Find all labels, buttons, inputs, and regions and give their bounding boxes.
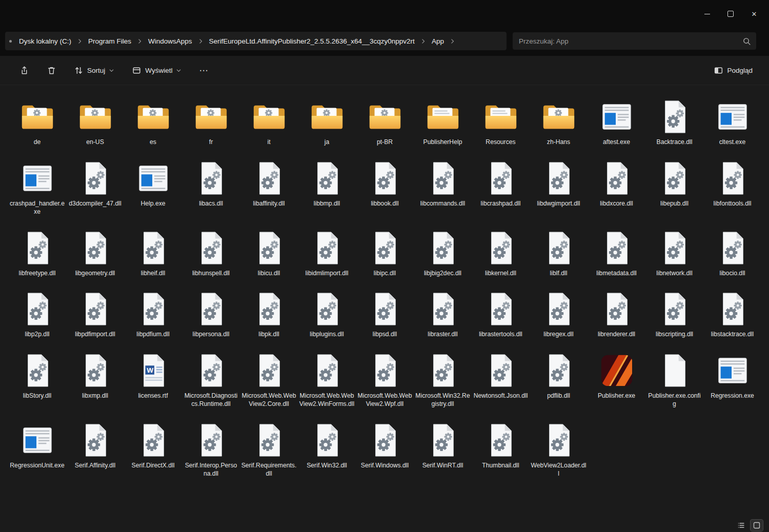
file-item[interactable]: RegressionUnit.exe: [8, 421, 66, 470]
file-item[interactable]: Resources: [472, 97, 530, 147]
file-item[interactable]: libgeometry.dll: [66, 229, 124, 278]
file-item[interactable]: liblf.dll: [530, 229, 588, 278]
breadcrumb-chevron-icon[interactable]: [76, 38, 83, 45]
file-item[interactable]: libbook.dll: [356, 159, 414, 208]
file-item[interactable]: libdwgimport.dll: [530, 159, 588, 208]
file-item[interactable]: WebView2Loader.dll: [530, 421, 588, 478]
file-item[interactable]: Microsoft.Web.WebView2.Wpf.dll: [356, 351, 414, 408]
file-item[interactable]: libidmlimport.dll: [298, 229, 356, 278]
file-item[interactable]: pdflib.dll: [530, 351, 588, 400]
file-item[interactable]: PublisherHelp: [414, 97, 472, 147]
file-item[interactable]: Serif.Win32.dll: [298, 421, 356, 470]
file-item[interactable]: libxmp.dll: [66, 351, 124, 400]
file-item[interactable]: libpk.dll: [240, 290, 298, 339]
file-item[interactable]: Serif.WinRT.dll: [414, 421, 472, 470]
file-item[interactable]: libhunspell.dll: [182, 229, 240, 278]
breadcrumb-chevron-icon[interactable]: [136, 38, 143, 45]
file-item[interactable]: Serif.Requirements.dll: [240, 421, 298, 478]
file-item[interactable]: libpdfium.dll: [124, 290, 182, 339]
file-item[interactable]: Serif.Windows.dll: [356, 421, 414, 470]
file-item[interactable]: Serif.Interop.Persona.dll: [182, 421, 240, 478]
share-button[interactable]: [14, 61, 34, 79]
file-item[interactable]: Serif.DirectX.dll: [124, 421, 182, 470]
details-view-toggle[interactable]: [735, 520, 747, 531]
search-input[interactable]: [518, 37, 742, 46]
file-item[interactable]: d3dcompiler_47.dll: [66, 159, 124, 208]
file-item[interactable]: Newtonsoft.Json.dll: [472, 351, 530, 400]
preview-button[interactable]: Podgląd: [709, 61, 758, 79]
breadcrumb-chevron-icon[interactable]: [449, 38, 456, 45]
file-item[interactable]: Microsoft.Diagnostics.Runtime.dll: [182, 351, 240, 408]
file-item[interactable]: libepub.dll: [645, 159, 703, 208]
minimize-button[interactable]: [695, 4, 719, 24]
file-item[interactable]: Wlicenses.rtf: [124, 351, 182, 400]
breadcrumb-item[interactable]: App: [428, 35, 448, 47]
file-item[interactable]: cltest.exe: [703, 97, 761, 147]
file-item[interactable]: libkernel.dll: [472, 229, 530, 278]
file-item[interactable]: zh-Hans: [530, 97, 588, 147]
close-button[interactable]: ✕: [742, 4, 766, 24]
sort-button[interactable]: Sortuj: [69, 61, 119, 79]
file-item[interactable]: libcommands.dll: [414, 159, 472, 208]
file-item[interactable]: libicu.dll: [240, 229, 298, 278]
file-item[interactable]: libscripting.dll: [645, 290, 703, 339]
file-item[interactable]: libacs.dll: [182, 159, 240, 208]
file-item[interactable]: es: [124, 97, 182, 147]
file-item[interactable]: Thumbnail.dll: [472, 421, 530, 470]
search-icon[interactable]: [742, 37, 751, 46]
file-item[interactable]: libpersona.dll: [182, 290, 240, 339]
breadcrumb-chevron-icon[interactable]: [197, 38, 204, 45]
file-item[interactable]: libstacktrace.dll: [703, 290, 761, 339]
file-item[interactable]: libpdfimport.dll: [66, 290, 124, 339]
file-item[interactable]: libheif.dll: [124, 229, 182, 278]
file-item[interactable]: it: [240, 97, 298, 147]
file-item[interactable]: libjbig2dec.dll: [414, 229, 472, 278]
file-item[interactable]: libipc.dll: [356, 229, 414, 278]
breadcrumb-chevron-icon[interactable]: [420, 38, 427, 45]
maximize-button[interactable]: [719, 4, 742, 24]
file-item[interactable]: libStory.dll: [8, 351, 66, 400]
file-item[interactable]: libcrashpad.dll: [472, 159, 530, 208]
file-item[interactable]: Microsoft.Web.WebView2.Core.dll: [240, 351, 298, 408]
delete-button[interactable]: [42, 61, 62, 79]
file-item[interactable]: libplugins.dll: [298, 290, 356, 339]
breadcrumb-item[interactable]: WindowsApps: [144, 35, 196, 47]
file-item[interactable]: fr: [182, 97, 240, 147]
file-item[interactable]: libdxcore.dll: [588, 159, 645, 208]
file-item[interactable]: libregex.dll: [530, 290, 588, 339]
file-item[interactable]: pt-BR: [356, 97, 414, 147]
file-item[interactable]: Serif.Affinity.dll: [66, 421, 124, 470]
file-item[interactable]: libfreetype.dll: [8, 229, 66, 278]
file-item[interactable]: librastertools.dll: [472, 290, 530, 339]
icons-view-toggle[interactable]: [751, 520, 763, 531]
file-item[interactable]: librenderer.dll: [588, 290, 645, 339]
more-options-button[interactable]: ⋯: [194, 61, 213, 79]
file-item[interactable]: Microsoft.Web.WebView2.WinForms.dll: [298, 351, 356, 408]
file-item[interactable]: en-US: [66, 97, 124, 147]
file-item[interactable]: ja: [298, 97, 356, 147]
breadcrumb-item[interactable]: Dysk lokalny (C:): [15, 35, 75, 47]
view-button[interactable]: Wyświetl: [127, 61, 187, 79]
file-item[interactable]: Backtrace.dll: [645, 97, 703, 147]
breadcrumb-item[interactable]: SerifEuropeLtd.AffinityPublisher2_2.5.5.…: [205, 35, 419, 47]
file-item[interactable]: libocio.dll: [703, 229, 761, 278]
file-item[interactable]: libnetwork.dll: [645, 229, 703, 278]
file-grid-row: crashpad_handler.exed3dcompiler_47.dllHe…: [8, 159, 764, 216]
file-item[interactable]: libmetadata.dll: [588, 229, 645, 278]
file-item[interactable]: aftest.exe: [588, 97, 645, 147]
file-item[interactable]: libfonttools.dll: [703, 159, 761, 208]
breadcrumb-item[interactable]: Program Files: [84, 35, 135, 47]
file-item[interactable]: Regression.exe: [703, 351, 761, 400]
file-item[interactable]: Publisher.exe.config: [645, 351, 703, 408]
file-item[interactable]: libaffinity.dll: [240, 159, 298, 208]
file-item[interactable]: libp2p.dll: [8, 290, 66, 339]
file-item[interactable]: Publisher.exe: [588, 351, 645, 400]
file-item[interactable]: libpsd.dll: [356, 290, 414, 339]
file-item[interactable]: Help.exe: [124, 159, 182, 208]
file-item[interactable]: de: [8, 97, 66, 147]
dll-icon: [366, 230, 404, 267]
file-item[interactable]: libraster.dll: [414, 290, 472, 339]
file-item[interactable]: libbmp.dll: [298, 159, 356, 208]
file-item[interactable]: crashpad_handler.exe: [8, 159, 66, 216]
file-item[interactable]: Microsoft.Win32.Registry.dll: [414, 351, 472, 408]
